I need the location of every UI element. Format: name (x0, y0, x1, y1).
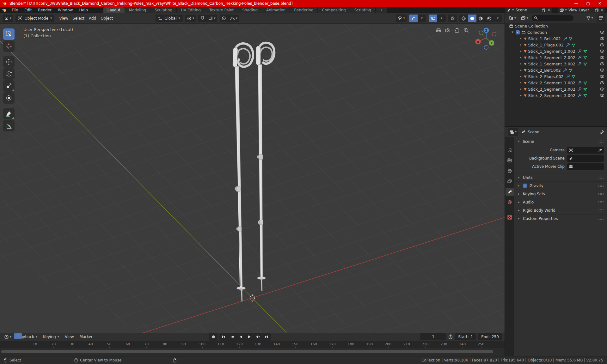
navigation-gizmo[interactable]: X Y Z (474, 25, 501, 54)
next-keyframe-button[interactable] (254, 333, 262, 341)
outliner-search-input[interactable] (532, 15, 573, 21)
eyedropper-icon[interactable] (598, 148, 602, 152)
expand-arrow-icon[interactable]: ▶ (519, 37, 522, 40)
playhead[interactable] (18, 341, 18, 356)
modifier-wrench-icon[interactable] (562, 36, 567, 41)
drag-handle-icon[interactable] (598, 185, 604, 187)
eye-icon[interactable] (600, 43, 604, 47)
unlink-scene-icon[interactable]: ✕ (547, 8, 550, 12)
outliner-object-row[interactable]: ▶ ▼ Stick_1_Plugs.002 (505, 42, 607, 48)
viewport-menu-item[interactable]: Select (71, 15, 87, 22)
expand-arrow-icon[interactable]: ▶ (519, 50, 522, 52)
play-button[interactable] (245, 333, 254, 341)
outliner-editor-type-button[interactable]: ▼ (507, 14, 518, 22)
collection-row[interactable]: ▼ ✓ Collection (505, 29, 607, 35)
menubar-item[interactable]: Render (35, 7, 54, 13)
play-reverse-button[interactable] (236, 333, 245, 341)
viewport-menu-item[interactable]: Add (87, 15, 98, 22)
tab-texture[interactable] (506, 213, 514, 221)
minimize-button[interactable]: — (574, 1, 578, 6)
eye-icon[interactable] (600, 62, 604, 66)
collection-checkbox[interactable]: ✓ (516, 30, 520, 34)
menubar-item[interactable]: Window (55, 7, 76, 13)
eye-icon[interactable] (600, 56, 604, 59)
eye-icon[interactable] (600, 75, 604, 78)
expand-arrow-icon[interactable]: ▶ (519, 69, 522, 71)
ortho-grid-icon[interactable] (435, 27, 442, 33)
active-movie-clip-field[interactable] (567, 163, 604, 170)
xray-toggle-button[interactable] (448, 15, 457, 22)
stopwatch-icon[interactable] (448, 334, 453, 339)
outliner-object-row[interactable]: ▶ ▼ Stick_2_Segment_3.002 (505, 92, 607, 99)
outliner-object-row[interactable]: ▶ ▼ Stick_2_Segment_1.002 (505, 80, 607, 86)
workspace-tab[interactable]: Sculpting (150, 7, 176, 13)
mesh-data-icon[interactable] (583, 62, 587, 66)
maximize-button[interactable]: ▢ (586, 1, 590, 6)
snap-magnet-button[interactable] (198, 15, 207, 22)
workspace-tab[interactable]: UV Editing (177, 7, 205, 13)
eye-icon[interactable] (600, 37, 604, 40)
prev-keyframe-button[interactable] (228, 333, 236, 341)
collapsed-panel-header[interactable]: ▶ Rigid Body World (514, 206, 607, 214)
pivot-point-dropdown[interactable]: ▼ (185, 15, 196, 22)
collapsed-panel-header[interactable]: ▶ ✓ Gravity (514, 181, 607, 190)
visibility-dropdown[interactable]: ▼ (396, 15, 407, 22)
timeline-ruler[interactable]: 1020304050607080901001101201301401501601… (0, 341, 505, 348)
expand-arrow-icon[interactable]: ▶ (519, 44, 522, 46)
timeline-menu-item[interactable]: Keying▼ (41, 333, 61, 340)
show-overlays-button[interactable] (429, 15, 437, 22)
blender-logo-icon[interactable] (2, 8, 7, 12)
mesh-data-icon[interactable] (583, 49, 587, 53)
record-button[interactable] (209, 333, 218, 341)
mesh-data-icon[interactable] (583, 56, 587, 60)
viewport-canvas[interactable] (0, 23, 505, 333)
outliner-object-row[interactable]: ▶ ▼ Stick_1_Segment_2.002 (505, 54, 607, 61)
viewport-menu-item[interactable]: Object (98, 15, 115, 22)
eye-icon[interactable] (600, 68, 604, 72)
collapse-arrow-icon[interactable]: ▼ (511, 31, 514, 33)
collapsed-panel-header[interactable]: ▶ Audio (514, 198, 607, 206)
drag-handle-icon[interactable] (598, 140, 604, 143)
tool-select-box[interactable] (3, 28, 15, 40)
tool-move[interactable] (3, 56, 15, 68)
expand-arrow-icon[interactable]: ▶ (519, 56, 522, 59)
modifier-wrench-icon[interactable] (577, 62, 581, 66)
mesh-data-icon[interactable] (568, 68, 573, 72)
workspace-tab[interactable]: Scripting (350, 7, 375, 13)
new-scene-icon[interactable] (542, 8, 546, 12)
mesh-data-icon[interactable] (568, 37, 573, 41)
tab-tool[interactable] (506, 146, 514, 154)
gizmo-dropdown[interactable]: ▼ (418, 15, 426, 22)
pan-hand-icon[interactable] (454, 27, 460, 33)
timeline-scrollbar[interactable] (1, 350, 493, 353)
eye-icon[interactable] (600, 81, 604, 85)
snap-target-dropdown[interactable]: ▼ (207, 15, 217, 22)
mesh-data-icon[interactable] (571, 75, 576, 79)
modifier-wrench-icon[interactable] (565, 43, 570, 47)
shading-material-button[interactable] (476, 15, 485, 22)
workspace-tab[interactable]: Animation (262, 7, 290, 13)
outliner-object-row[interactable]: ▶ ▼ Stick_2_Belt.002 (505, 67, 607, 73)
workspace-tab[interactable]: Texture Paint (205, 7, 238, 13)
show-gizmo-button[interactable] (409, 15, 418, 22)
modifier-wrench-icon[interactable] (565, 74, 570, 79)
outliner-object-row[interactable]: ▶ ▼ Stick_1_Segment_3.002 (505, 61, 607, 67)
timeline-menu-item[interactable]: View▼ (63, 333, 76, 340)
timeline-scrub-area[interactable] (0, 348, 505, 356)
modifier-wrench-icon[interactable] (577, 55, 581, 60)
outliner-object-row[interactable]: ▶ ▼ Stick_1_Belt.002 (505, 35, 607, 42)
shading-dropdown[interactable]: ▼ (494, 15, 502, 22)
timeline-menu-item[interactable]: Marker▼ (77, 333, 95, 340)
mode-dropdown[interactable]: Object Mode ▼ (15, 15, 54, 22)
axis-minus-x-ball[interactable] (492, 32, 496, 36)
axis-minus-z-ball[interactable] (484, 46, 488, 50)
workspace-tab[interactable]: + (376, 7, 387, 13)
outliner-object-row[interactable]: ▶ ▼ Stick_1_Segment_1.002 (505, 48, 607, 54)
axis-y-ball[interactable]: Y (489, 40, 494, 46)
shading-wireframe-button[interactable] (459, 15, 468, 22)
drag-handle-icon[interactable] (598, 176, 604, 179)
menubar-item[interactable]: Edit (21, 7, 34, 13)
jump-to-end-button[interactable] (262, 333, 271, 341)
axis-x-ball[interactable]: X (475, 39, 481, 45)
tool-measure[interactable] (3, 120, 15, 131)
